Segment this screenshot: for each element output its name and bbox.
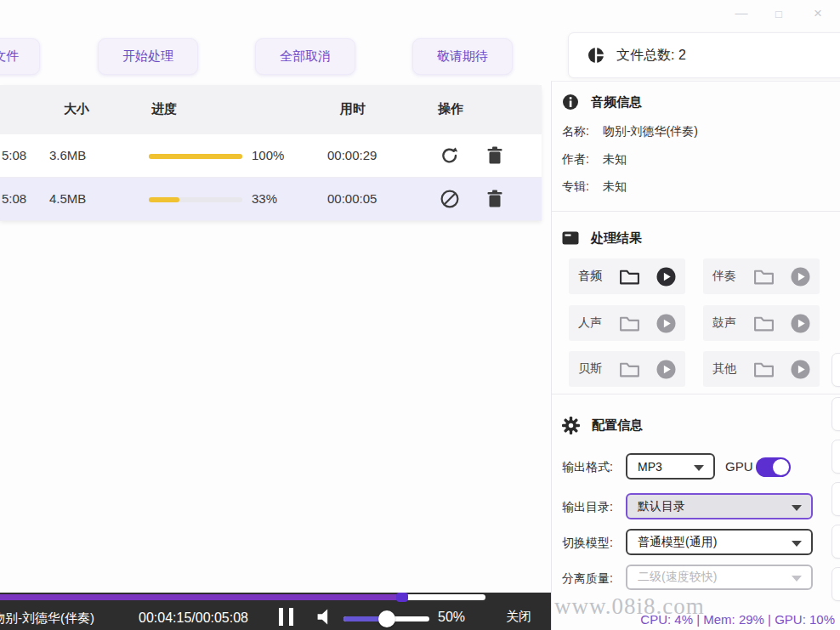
volume-knob[interactable] — [378, 610, 395, 627]
quality-value: 二级(速度较快) — [638, 570, 717, 585]
result-label: 伴奏 — [712, 269, 736, 284]
play-icon[interactable] — [791, 314, 810, 333]
minimize-button[interactable]: — — [728, 2, 755, 22]
results-title: 处理结果 — [591, 230, 642, 247]
output-format-value: MP3 — [638, 460, 662, 474]
player-close-button[interactable]: 关闭 — [506, 609, 531, 625]
audio-album-row: 专辑: 未知 — [562, 179, 627, 195]
play-icon[interactable] — [656, 360, 676, 379]
audio-info-header: 音频信息 — [562, 94, 642, 111]
audio-name-row: 名称: 吻别-刘德华(伴奏) — [562, 124, 698, 139]
quality-select[interactable]: 二级(速度较快) — [626, 565, 813, 590]
player-track-title: 吻别-刘德华(伴奏) — [0, 610, 129, 627]
result-label: 鼓声 — [712, 315, 736, 331]
table-row[interactable]: 5:08 3.6MB 100% 00:00:29 — [0, 134, 542, 178]
audio-artist-row: 作者: 未知 — [562, 152, 627, 167]
result-item: 其他 — [703, 351, 820, 387]
close-button[interactable]: × — [804, 3, 831, 24]
file-table: 大小 进度 用时 操作 5:08 3.6MB 100% 00:00:29 — [0, 85, 542, 221]
section-divider — [552, 394, 840, 394]
clipped-button[interactable] — [831, 525, 840, 559]
output-dir-select[interactable]: 默认目录 — [626, 493, 813, 519]
col-progress-header: 进度 — [151, 101, 177, 117]
result-item: 人声 — [569, 305, 685, 341]
play-icon[interactable] — [656, 314, 676, 333]
cancel-all-button[interactable]: 全部取消 — [255, 38, 355, 75]
folder-icon[interactable] — [753, 314, 775, 332]
folder-icon[interactable] — [753, 267, 775, 286]
output-dir-label: 输出目录: — [562, 500, 613, 515]
audio-artist-label: 作者: — [562, 152, 589, 167]
cell-time: 00:00:29 — [327, 148, 377, 162]
card-icon — [562, 230, 579, 247]
volume-percent: 50% — [438, 610, 465, 625]
folder-icon[interactable] — [753, 360, 775, 378]
audio-album-value: 未知 — [603, 179, 627, 195]
cell-size: 3.6MB — [49, 148, 86, 162]
app-window: — □ × 选择文件 开始处理 全部取消 敬请期待 文件总数: 2 大小 进度 … — [0, 0, 840, 630]
file-count-value: 2 — [678, 48, 686, 62]
gear-icon — [562, 417, 580, 434]
result-label: 其他 — [712, 361, 736, 377]
audio-name-label: 名称: — [562, 124, 589, 139]
config-title: 配置信息 — [592, 417, 643, 434]
seek-handle[interactable] — [396, 593, 408, 602]
file-count-card: 文件总数: 2 — [568, 32, 840, 78]
result-label: 贝斯 — [578, 361, 602, 377]
audio-name-value: 吻别-刘德华(伴奏) — [603, 124, 698, 139]
result-label: 人声 — [578, 315, 602, 331]
toggle-knob — [773, 459, 789, 475]
pie-chart-icon — [587, 47, 604, 64]
folder-icon[interactable] — [619, 267, 640, 286]
speaker-icon[interactable] — [315, 608, 334, 626]
cancel-icon[interactable] — [440, 189, 460, 209]
model-select[interactable]: 普通模型(通用) — [626, 529, 813, 555]
start-processing-button[interactable]: 开始处理 — [98, 38, 198, 75]
table-header: 大小 进度 用时 操作 — [0, 85, 542, 134]
player-time: 00:04:15/00:05:08 — [139, 610, 248, 626]
seek-fill — [0, 594, 402, 600]
maximize-button[interactable]: □ — [765, 3, 792, 24]
seek-bar[interactable] — [0, 594, 485, 600]
progress-bar — [149, 154, 242, 159]
col-time-header: 用时 — [340, 101, 366, 117]
table-row[interactable]: 5:08 4.5MB 33% 00:00:05 — [0, 178, 542, 221]
info-icon — [562, 94, 579, 111]
pause-button[interactable] — [279, 608, 298, 626]
folder-icon[interactable] — [619, 314, 640, 332]
result-item: 贝斯 — [569, 351, 685, 387]
cell-progress-percent: 100% — [252, 148, 284, 162]
clipped-button[interactable] — [831, 353, 840, 387]
clipped-button[interactable] — [831, 567, 840, 601]
right-panel: 音频信息 名称: 吻别-刘德华(伴奏) 作者: 未知 专辑: 未知 处理结果 音… — [551, 81, 840, 630]
cell-time: 00:00:05 — [327, 191, 377, 206]
col-size-header: 大小 — [64, 101, 89, 117]
clipped-button[interactable] — [831, 482, 840, 516]
play-icon[interactable] — [656, 267, 676, 287]
retry-icon[interactable] — [440, 145, 460, 166]
clipped-button[interactable] — [831, 397, 840, 431]
cell-duration: 5:08 — [2, 148, 26, 162]
output-format-select[interactable]: MP3 — [626, 453, 715, 480]
col-actions-header: 操作 — [438, 101, 463, 117]
play-icon[interactable] — [791, 360, 810, 379]
audio-album-label: 专辑: — [562, 179, 589, 195]
cell-size: 4.5MB — [49, 191, 86, 206]
trash-icon[interactable] — [485, 189, 505, 209]
result-item: 音频 — [569, 258, 685, 294]
cell-duration: 5:08 — [2, 191, 26, 206]
coming-soon-button[interactable]: 敬请期待 — [412, 38, 513, 75]
clipped-button[interactable] — [831, 440, 840, 474]
player-title-clip: 吻别-刘德华(伴奏) — [0, 610, 129, 629]
model-value: 普通模型(通用) — [638, 535, 717, 550]
section-divider — [552, 211, 840, 212]
progress-bar — [149, 197, 242, 202]
trash-icon[interactable] — [485, 145, 505, 166]
gpu-toggle[interactable] — [756, 457, 791, 477]
audio-info-title: 音频信息 — [591, 94, 642, 111]
volume-slider[interactable] — [343, 616, 429, 621]
output-dir-value: 默认目录 — [638, 499, 685, 514]
select-files-button[interactable]: 选择文件 — [0, 38, 40, 75]
play-icon[interactable] — [791, 267, 810, 287]
folder-icon[interactable] — [619, 360, 640, 378]
